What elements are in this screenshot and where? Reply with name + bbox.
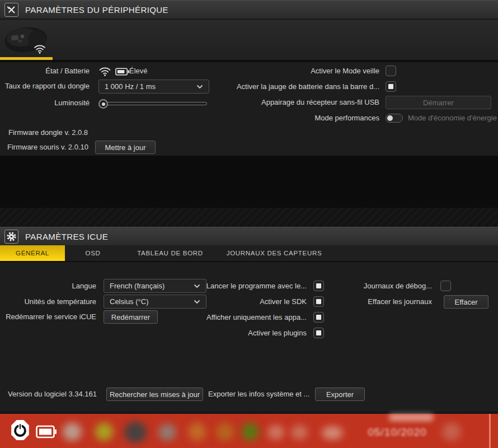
brightness-slider[interactable] [100,99,207,108]
performance-mode-label: Mode performances [314,113,379,124]
taskbar-edge-line [489,414,491,448]
device-tabstrip [0,20,498,62]
brightness-slider-thumb[interactable] [98,99,108,109]
desktop-taskbar: 05/10/2020 [0,412,498,448]
taskbar-app-icon[interactable] [188,423,206,441]
enable-sdk-checkbox[interactable] [313,296,324,307]
sleep-mode-label: Activer le Mode veille [311,66,379,77]
tab-dashboard[interactable]: TABLEAU DE BORD [121,245,219,261]
wireless-signal-icon [34,44,46,56]
restart-service-button[interactable]: Redémarrer [104,310,158,324]
usb-pairing-label: Appairage du récepteur sans-fil USB [261,97,379,108]
taskbar-background: 05/10/2020 [0,414,498,448]
taskbar-tray-icon[interactable] [442,423,461,441]
clear-logs-button[interactable]: Effacer [444,295,488,309]
language-value: French (français) [110,282,165,290]
pairing-start-button[interactable]: Démarrer [386,96,491,109]
active-tab-underline [0,57,53,60]
chevron-down-icon [194,284,200,288]
sleep-mode-checkbox[interactable] [386,66,396,76]
panel-divider [0,208,498,227]
performance-mode-value: Mode d'économie d'énergie [408,113,497,124]
temperature-units-dropdown[interactable]: Celsius (°C) [104,295,206,309]
show-devices-only-checkbox[interactable] [313,312,324,323]
show-devices-only-label: Afficher uniquement les appa... [206,312,307,323]
brightness-slider-track[interactable] [100,102,207,105]
taskbar-blurred-text [389,414,434,421]
tab-osd[interactable]: OSD [65,245,121,261]
chevron-down-icon [194,300,200,304]
taskbar-app-icon[interactable] [322,426,343,440]
software-version-label: Version du logiciel 3.34.161 [8,389,97,400]
export-button[interactable]: Exporter [315,388,365,401]
clear-logs-label: Effacer les journaux [368,296,432,307]
status-battery-label: État / Batterie [45,66,90,77]
language-dropdown[interactable]: French (français) [104,279,206,293]
performance-mode-toggle[interactable] [386,114,403,123]
taskbar-app-icon[interactable] [95,423,113,441]
launch-on-startup-checkbox[interactable] [313,281,324,291]
gear-icon [4,230,18,244]
firmware-update-button[interactable]: Mettre à jour [95,141,156,154]
taskbar-app-icon[interactable] [291,425,308,440]
firmware-mouse-version: Firmware souris v. 2.0.10 [7,142,88,153]
taskbar-app-icon[interactable] [242,423,259,441]
taskbar-date[interactable]: 05/10/2020 [358,426,436,438]
battery-gauge-label: Activer la jauge de batterie dans la bar… [237,81,379,92]
battery-status-value: Élevé [129,66,148,77]
taskbar-app-icon[interactable] [63,423,82,441]
brightness-label: Luminosité [54,97,90,109]
taskbar-app-icon[interactable] [267,425,284,440]
device-settings-title: PARAMÈTRES DU PÉRIPHÉRIQUE [25,5,168,15]
taskbar-app-icon[interactable] [158,424,176,441]
icue-app-window: PARAMÈTRES DU PÉRIPHÉRIQUE [0,0,498,448]
debug-logs-checkbox[interactable] [440,281,451,291]
launch-on-startup-label: Lancer le programme avec le... [206,281,307,292]
taskbar-battery-icon[interactable] [36,425,57,441]
icue-general-panel: Langue French (français) Unités de tempé… [0,262,498,412]
check-updates-button[interactable]: Rechercher les mises à jour [106,388,203,401]
battery-gauge-checkbox[interactable] [386,81,396,92]
device-tab-mouse[interactable] [0,20,53,60]
export-system-info-label: Exporter les infos système et ... [208,389,309,400]
tab-general[interactable]: GÉNÉRAL [0,245,65,261]
battery-level-icon [115,68,130,78]
polling-rate-value: 1 000 Hz / 1 ms [105,82,156,91]
icue-settings-header: PARAMÈTRES ICUE [0,227,498,246]
debug-logs-label: Journaux de débog... [364,281,432,292]
chevron-down-icon [196,85,203,89]
language-label: Langue [72,281,96,292]
firmware-dongle-version: Firmware dongle v. 2.0.8 [8,127,88,138]
device-settings-panel: État / Batterie Élevé Taux de rapport du… [0,62,498,156]
temperature-units-label: Unités de température [24,296,96,307]
tab-sensor-logs[interactable]: JOURNAUX DES CAPTEURS [219,245,329,261]
polling-rate-dropdown[interactable]: 1 000 Hz / 1 ms [98,80,209,94]
tools-icon [4,3,18,17]
restart-service-label: Redémarrer le service iCUE [6,311,96,323]
icue-settings-title: PARAMÈTRES ICUE [25,232,108,241]
temperature-units-value: Celsius (°C) [110,297,148,306]
enable-sdk-label: Activer le SDK [260,296,307,307]
taskbar-app-icon[interactable] [124,422,147,443]
empty-dark-region [0,156,498,208]
icue-tabbar: GÉNÉRAL OSD TABLEAU DE BORD JOURNAUX DES… [0,245,498,262]
polling-rate-label: Taux de rapport du dongle [5,81,90,92]
wifi-status-icon [98,67,111,78]
device-settings-header: PARAMÈTRES DU PÉRIPHÉRIQUE [0,0,498,19]
taskbar-app-icon[interactable] [216,423,234,441]
power-logo-icon[interactable] [10,419,30,444]
enable-plugins-checkbox[interactable] [313,328,324,338]
enable-plugins-label: Activer les plugins [248,328,307,339]
